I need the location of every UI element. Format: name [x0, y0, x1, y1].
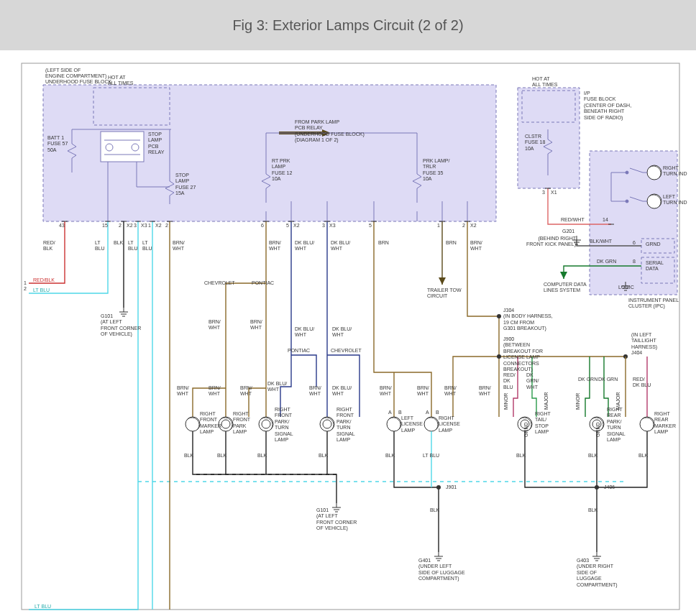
cdl: COMPUTER DATALINES SYSTEM — [544, 282, 587, 294]
ipc-left-turn: LEFTTURN IND — [663, 194, 687, 206]
ipc-pin6: 6 — [633, 240, 636, 246]
stop-relay-label: STOPLAMPPCBRELAY — [148, 132, 164, 156]
ipc-pin8: 8 — [633, 259, 636, 265]
lbl-chevrolet-2: CHEVROLET — [331, 348, 362, 354]
g101-b: G101(AT LEFTFRONT CORNEROF VEHICLE) — [316, 507, 357, 532]
lbl-blk-1: BLK — [114, 240, 123, 246]
lbl-ltblu-1: LTBLU — [95, 240, 105, 252]
lbl-redblk: RED/BLK — [43, 240, 55, 252]
blk-g: BLK — [588, 453, 597, 459]
lbl-dkbluwht-2: DK BLU/WHT — [331, 240, 350, 252]
lbl-dkgrn-h: DK GRN — [597, 259, 616, 265]
conn-x2-2: X2 — [155, 223, 162, 229]
lbl-ltblu-2: LTBLU — [128, 240, 138, 252]
lbl-brnwht-1: BRN/WHT — [173, 240, 185, 252]
lbl-brnwht-9: BRN/WHT — [380, 385, 392, 397]
lbl-ltblu-h: LT BLU — [33, 288, 50, 293]
lbl-brnwht-11: BRN/WHT — [444, 385, 457, 397]
svg-marker-11 — [439, 277, 446, 285]
blk-b: BLK — [217, 453, 226, 459]
lamp-9: RIGHTREARMARKERLAMP — [654, 411, 676, 436]
trailer: TRAILER TOWCIRCUIT — [427, 288, 462, 300]
wire-redblk — [29, 221, 65, 283]
ipc-pin14: 14 — [603, 217, 608, 223]
pin-x2b: 1 — [148, 223, 151, 229]
ipc-right-turn: RIGHTTURN IND — [663, 165, 687, 178]
g201: G201 — [562, 229, 574, 234]
ipc-logic: LOGIC — [618, 285, 634, 290]
pin-2b: 2 — [165, 223, 168, 229]
lbl-dkgrnwht: DKGRN/WHT — [526, 372, 539, 390]
ip-fuse-name: I/PFUSE BLOCK(CENTER OF DASH,BENEATH RIG… — [584, 91, 631, 121]
j901: J901 — [446, 484, 457, 490]
lbl-minor-2: MINOR — [575, 393, 581, 410]
pin-a-2: A — [426, 410, 429, 415]
lbl-minor-1: MINOR — [503, 393, 509, 410]
lamp-8: RIGHTREARPARK/TURNSIGNALLAMP — [607, 407, 626, 443]
blk-j406: BLK — [588, 507, 597, 513]
pin-1b: 1 — [437, 223, 440, 229]
figure-title: Fig 3: Exterior Lamps Circuit (2 of 2) — [232, 17, 463, 34]
pin-5b: 5 — [369, 223, 372, 229]
svg-point-13 — [497, 354, 501, 359]
g403: G403(UNDER RIGHTSIDE OFLUGGAGECOMPARTMEN… — [577, 558, 618, 588]
title-bar: Fig 3: Exterior Lamps Circuit (2 of 2) — [0, 0, 696, 50]
lamp-4: RIGHTFRONTPARK/TURNSIGNALLAMP — [336, 407, 355, 443]
hot-box-2 — [522, 91, 575, 122]
lamp-5: LEFTLICENSELAMP — [401, 415, 423, 433]
lbl-brnwht-8b: BRN/WHT — [309, 385, 321, 397]
lbl-brnwht-3: BRN/WHT — [470, 240, 482, 252]
lbl-reddkblu-2: RED/DK BLU — [633, 377, 651, 389]
lamp-3: RIGHTFRONTPARK/TURNSIGNALLAMP — [275, 407, 293, 443]
lamp-1: RIGHTFRONTMARKERLAMP — [200, 411, 221, 436]
lbl-brnwht-8: BRN/WHT — [240, 385, 252, 397]
lbl-brn-2: BRN — [446, 240, 457, 246]
lbl-dkgrn-2: DK GRN — [598, 377, 618, 382]
lbl-major-1: MAJOR — [544, 392, 549, 410]
lbl-chevrolet-1: CHEVROLET — [204, 280, 235, 286]
lbl-redblk-h: RED/BLK — [33, 277, 55, 283]
blk-h: BLK — [638, 453, 648, 459]
j406: J406 — [604, 484, 615, 490]
lbl-redwht: RED/WHT — [561, 217, 585, 223]
ip-pin3: 3 — [542, 190, 545, 196]
lbl-brnwht-6: BRN/WHT — [177, 385, 189, 397]
pin-43: 43 — [59, 223, 65, 229]
svg-point-20 — [262, 420, 270, 428]
stop-fuse-label: STOPLAMPFUSE 2715A — [175, 173, 196, 197]
lamp-7: RIGHTTAIL/STOPLAMP — [535, 411, 551, 436]
lbl-dkbluwht-3: DK BLU/WHT — [295, 326, 314, 339]
blk-d: BLK — [319, 453, 328, 459]
hot-label-2: HOT ATALL TIMES — [532, 76, 557, 88]
lbl-brnwht-5: BRN/WHT — [250, 319, 262, 331]
pin-3b: 3 — [322, 223, 325, 229]
conn-x2-3: X2 — [293, 223, 300, 229]
conn-x3-1: X3 — [141, 223, 147, 229]
j304: J304(IN BODY HARNESS,19 CM FROMG301 BREA… — [503, 308, 553, 332]
lamp-6: RIGHTLICENSELAMP — [439, 415, 460, 433]
lbl-dkbluwht-5: DK BLU/WHT — [267, 381, 287, 393]
ltblu-e: LT BLU — [423, 453, 439, 459]
pin-x2a: 2 — [119, 223, 122, 229]
blk-f: BLK — [516, 453, 526, 459]
svg-point-7 — [626, 171, 628, 174]
lbl-brnwht-7: BRN/WHT — [209, 385, 221, 397]
lbl-reddkblu: RED/DKBLU — [503, 372, 516, 390]
ltblu-bottom: LT BLU — [35, 604, 51, 610]
conn-x2-4: X2 — [470, 223, 477, 229]
hot-box-1 — [93, 88, 170, 125]
lbl-grnd-1: GRND — [523, 422, 529, 437]
svg-point-12 — [497, 314, 501, 318]
g101-a: G101(AT LEFTFRONT CORNEROF VEHICLE) — [101, 313, 141, 338]
pin-a-1: A — [388, 410, 392, 415]
g401: G401(UNDER LEFTSIDE OF LUGGAGECOMPARTMEN… — [418, 558, 465, 582]
lbl-ltblu-3: LTBLU — [142, 240, 152, 252]
clstr-fuse: CLSTRFUSE 1810A — [525, 134, 545, 152]
prklamp-fuse: PRK LAMP/TRLRFUSE 3510A — [423, 158, 449, 183]
lbl-pontiac-1: PONTIAC — [252, 280, 274, 286]
ip-x1: X1 — [551, 190, 557, 196]
lbl-blkwht: BLK/WHT — [590, 239, 612, 244]
lbl-dkbluwht-1: DK BLU/WHT — [295, 240, 314, 252]
pin-15: 15 — [102, 223, 108, 229]
pin-2c: 2 — [462, 223, 465, 229]
